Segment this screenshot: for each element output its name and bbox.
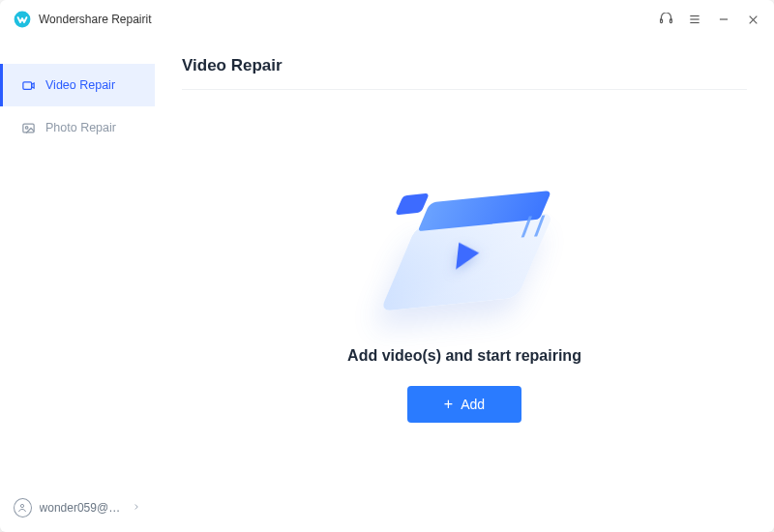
sidebar: Video Repair Photo Repair <box>0 39 155 532</box>
close-icon[interactable] <box>745 12 760 27</box>
add-button-label: Add <box>461 397 485 412</box>
svg-rect-1 <box>660 18 662 22</box>
svg-point-11 <box>25 126 28 129</box>
app-logo-wrap: Wondershare Repairit <box>14 11 152 28</box>
empty-state: Add video(s) and start repairing + Add <box>182 90 747 513</box>
support-icon[interactable] <box>658 12 673 27</box>
account-bar[interactable]: wonder059@16... <box>0 484 155 532</box>
sidebar-items: Video Repair Photo Repair <box>0 64 155 484</box>
svg-rect-2 <box>670 18 671 22</box>
sidebar-item-photo-repair[interactable]: Photo Repair <box>0 106 155 149</box>
plus-icon: + <box>444 397 453 412</box>
app-window: Wondershare Repairit <box>0 0 774 532</box>
empty-state-prompt: Add video(s) and start repairing <box>347 347 581 365</box>
minimize-icon[interactable] <box>716 12 731 27</box>
sidebar-item-label: Photo Repair <box>45 121 116 134</box>
svg-point-12 <box>21 504 24 507</box>
account-username: wonder059@16... <box>40 501 124 515</box>
menu-icon[interactable] <box>687 12 702 27</box>
photo-repair-icon <box>20 120 36 135</box>
svg-rect-9 <box>22 81 31 89</box>
app-logo-icon <box>14 11 31 28</box>
add-button[interactable]: + Add <box>407 386 521 423</box>
chevron-right-icon <box>132 501 141 515</box>
avatar-icon <box>14 498 32 517</box>
page-title: Video Repair <box>182 48 747 90</box>
window-actions <box>658 12 760 27</box>
app-body: Video Repair Photo Repair <box>0 39 774 532</box>
main-panel: Video Repair Add video(s) and start repa… <box>155 39 774 532</box>
video-illustration <box>372 181 556 326</box>
video-repair-icon <box>20 77 36 93</box>
app-title: Wondershare Repairit <box>39 13 152 26</box>
title-bar: Wondershare Repairit <box>0 0 774 39</box>
sidebar-item-label: Video Repair <box>45 78 115 92</box>
sidebar-item-video-repair[interactable]: Video Repair <box>0 64 155 106</box>
